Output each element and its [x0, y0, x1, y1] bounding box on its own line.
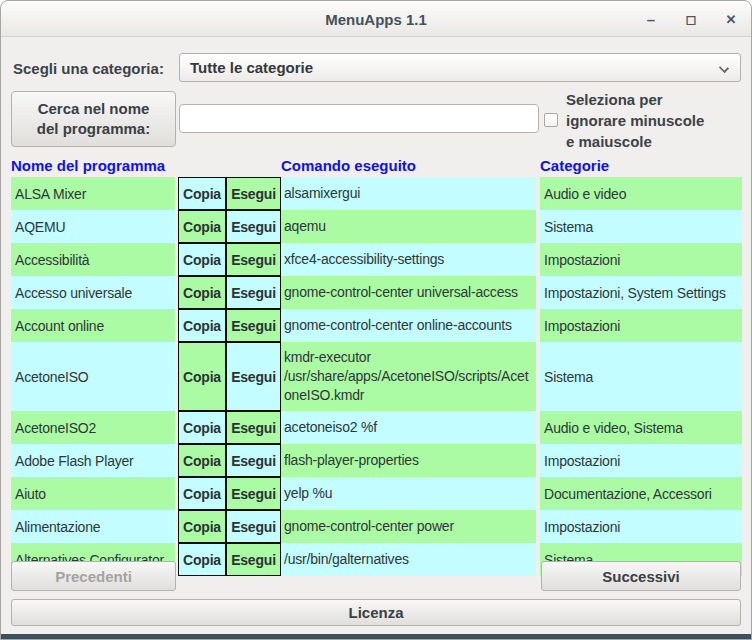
program-name-cell: Alimentazione — [11, 510, 175, 543]
command-cell: gnome-control-center power — [281, 510, 536, 543]
titlebar: MenuApps 1.1 – ◻ ✕ — [1, 1, 751, 37]
copy-button[interactable]: Copia — [178, 477, 226, 510]
command-cell: xfce4-accessibility-settings — [281, 243, 536, 276]
column-header-categories: Categorie — [540, 157, 609, 174]
copy-button[interactable]: Copia — [178, 177, 226, 210]
ignore-case-label: Seleziona per ignorare minuscole e maius… — [566, 89, 704, 152]
categories-cell: Impostazioni, System Settings — [540, 276, 742, 309]
bottom-edge-strip — [1, 634, 751, 639]
command-cell: alsamixergui — [281, 177, 536, 210]
command-cell: flash-player-properties — [281, 444, 536, 477]
search-name-button[interactable]: Cerca nel nome del programma: — [11, 91, 176, 147]
app-window: MenuApps 1.1 – ◻ ✕ Scegli una categoria:… — [0, 0, 752, 640]
search-input[interactable] — [179, 104, 539, 133]
run-button[interactable]: Esegui — [226, 276, 281, 309]
category-dropdown[interactable]: Tutte le categorie — [179, 53, 741, 82]
ignore-case-label-line2: ignorare minuscole — [566, 110, 704, 131]
window-title: MenuApps 1.1 — [1, 1, 751, 37]
category-selected-value: Tutte le categorie — [190, 59, 313, 76]
table-row: Adobe Flash PlayerCopiaEseguiflash-playe… — [11, 444, 742, 477]
maximize-icon[interactable]: ◻ — [683, 11, 699, 27]
program-name-cell: AQEMU — [11, 210, 175, 243]
table-row: AlimentazioneCopiaEseguignome-control-ce… — [11, 510, 742, 543]
program-name-cell: Account online — [11, 309, 175, 342]
category-label: Scegli una categoria: — [13, 60, 164, 77]
run-button[interactable]: Esegui — [226, 177, 281, 210]
run-button[interactable]: Esegui — [226, 411, 281, 444]
copy-button[interactable]: Copia — [178, 510, 226, 543]
command-cell: gnome-control-center universal-access — [281, 276, 536, 309]
categories-cell: Impostazioni — [540, 243, 742, 276]
program-name-cell: Aiuto — [11, 477, 175, 510]
search-button-line2: del programma: — [37, 119, 150, 139]
column-header-name: Nome del programma — [11, 157, 165, 174]
ignore-case-label-line1: Seleziona per — [566, 89, 704, 110]
copy-button[interactable]: Copia — [178, 543, 226, 576]
program-name-cell: Accessibilità — [11, 243, 175, 276]
copy-button[interactable]: Copia — [178, 444, 226, 477]
run-button[interactable]: Esegui — [226, 543, 281, 576]
copy-button[interactable]: Copia — [178, 243, 226, 276]
copy-button[interactable]: Copia — [178, 276, 226, 309]
categories-cell: Impostazioni — [540, 309, 742, 342]
table-row: ALSA MixerCopiaEseguialsamixerguiAudio e… — [11, 177, 742, 210]
license-button[interactable]: Licenza — [11, 599, 741, 626]
categories-cell: Impostazioni — [540, 510, 742, 543]
ignore-case-checkbox[interactable] — [544, 113, 558, 127]
program-name-cell: ALSA Mixer — [11, 177, 175, 210]
search-button-line1: Cerca nel nome — [38, 99, 150, 119]
run-button[interactable]: Esegui — [226, 243, 281, 276]
previous-page-button[interactable]: Precedenti — [11, 561, 176, 591]
categories-cell: Sistema — [540, 342, 742, 411]
column-header-command: Comando eseguito — [281, 157, 416, 174]
table-row: AQEMUCopiaEseguiaqemuSistema — [11, 210, 742, 243]
program-name-cell: AcetoneISO2 — [11, 411, 175, 444]
programs-table: ALSA MixerCopiaEseguialsamixerguiAudio e… — [11, 177, 742, 576]
program-name-cell: Adobe Flash Player — [11, 444, 175, 477]
run-button[interactable]: Esegui — [226, 210, 281, 243]
categories-cell: Documentazione, Accessori — [540, 477, 742, 510]
run-button[interactable]: Esegui — [226, 309, 281, 342]
minimize-icon[interactable]: – — [643, 11, 659, 27]
next-page-button[interactable]: Successivi — [541, 561, 741, 591]
table-row: Account onlineCopiaEseguignome-control-c… — [11, 309, 742, 342]
categories-cell: Impostazioni — [540, 444, 742, 477]
ignore-case-label-line3: e maiuscole — [566, 131, 704, 152]
table-row: Accesso universaleCopiaEseguignome-contr… — [11, 276, 742, 309]
command-cell: yelp %u — [281, 477, 536, 510]
chevron-down-icon — [719, 63, 729, 73]
program-name-cell: AcetoneISO — [11, 342, 175, 411]
program-name-cell: Accesso universale — [11, 276, 175, 309]
copy-button[interactable]: Copia — [178, 309, 226, 342]
close-icon[interactable]: ✕ — [723, 11, 739, 27]
command-cell: /usr/bin/galternatives — [281, 543, 536, 576]
run-button[interactable]: Esegui — [226, 477, 281, 510]
table-row: AccessibilitàCopiaEseguixfce4-accessibil… — [11, 243, 742, 276]
run-button[interactable]: Esegui — [226, 342, 281, 411]
command-cell: aqemu — [281, 210, 536, 243]
categories-cell: Sistema — [540, 210, 742, 243]
copy-button[interactable]: Copia — [178, 411, 226, 444]
copy-button[interactable]: Copia — [178, 210, 226, 243]
command-cell: acetoneiso2 %f — [281, 411, 536, 444]
categories-cell: Audio e video, Sistema — [540, 411, 742, 444]
copy-button[interactable]: Copia — [178, 342, 226, 411]
table-row: AiutoCopiaEseguiyelp %uDocumentazione, A… — [11, 477, 742, 510]
run-button[interactable]: Esegui — [226, 510, 281, 543]
run-button[interactable]: Esegui — [226, 444, 281, 477]
categories-cell: Audio e video — [540, 177, 742, 210]
table-row: AcetoneISO2CopiaEseguiacetoneiso2 %fAudi… — [11, 411, 742, 444]
table-row: AcetoneISOCopiaEseguikmdr-executor /usr/… — [11, 342, 742, 411]
command-cell: kmdr-executor /usr/share/apps/AcetoneISO… — [281, 342, 536, 411]
command-cell: gnome-control-center online-accounts — [281, 309, 536, 342]
